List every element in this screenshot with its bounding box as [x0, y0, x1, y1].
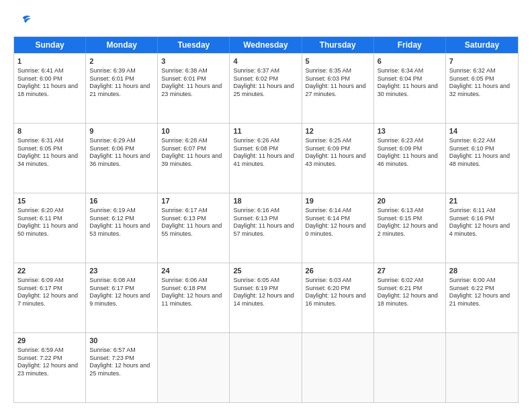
- day-number: 25: [233, 266, 298, 276]
- day-number: 6: [378, 56, 442, 66]
- day-number: 2: [89, 56, 154, 66]
- calendar-week-4: 22Sunrise: 6:09 AM Sunset: 6:17 PM Dayli…: [14, 263, 518, 332]
- day-number: 18: [233, 196, 298, 206]
- calendar-day-15: 15Sunrise: 6:20 AM Sunset: 6:11 PM Dayli…: [14, 193, 86, 263]
- calendar-day-11: 11Sunrise: 6:26 AM Sunset: 6:08 PM Dayli…: [230, 124, 302, 193]
- day-header-wednesday: Wednesday: [230, 37, 302, 53]
- calendar-day-4: 4Sunrise: 6:37 AM Sunset: 6:02 PM Daylig…: [230, 54, 302, 123]
- day-content: Sunrise: 6:02 AM Sunset: 6:21 PM Dayligh…: [378, 277, 442, 308]
- day-number: 30: [89, 336, 154, 346]
- day-number: 22: [17, 266, 82, 276]
- day-number: 12: [306, 126, 370, 136]
- day-number: 4: [233, 56, 298, 66]
- calendar-day-29: 29Sunrise: 6:59 AM Sunset: 7:22 PM Dayli…: [14, 333, 86, 402]
- day-content: Sunrise: 6:17 AM Sunset: 6:13 PM Dayligh…: [161, 207, 226, 238]
- day-number: 19: [306, 196, 370, 206]
- calendar-day-16: 16Sunrise: 6:19 AM Sunset: 6:12 PM Dayli…: [86, 193, 158, 263]
- day-content: Sunrise: 6:23 AM Sunset: 6:09 PM Dayligh…: [378, 137, 442, 169]
- day-number: 15: [17, 196, 82, 206]
- page: SundayMondayTuesdayWednesdayThursdayFrid…: [0, 0, 532, 411]
- calendar-day-20: 20Sunrise: 6:13 AM Sunset: 6:15 PM Dayli…: [374, 193, 446, 263]
- calendar-day-21: 21Sunrise: 6:11 AM Sunset: 6:16 PM Dayli…: [446, 193, 518, 263]
- calendar-day-30: 30Sunrise: 6:57 AM Sunset: 7:23 PM Dayli…: [86, 333, 158, 402]
- calendar-day-14: 14Sunrise: 6:22 AM Sunset: 6:10 PM Dayli…: [446, 124, 518, 193]
- calendar-day-24: 24Sunrise: 6:06 AM Sunset: 6:18 PM Dayli…: [158, 263, 230, 332]
- day-content: Sunrise: 6:32 AM Sunset: 6:05 PM Dayligh…: [449, 67, 515, 99]
- logo: [13, 13, 34, 31]
- day-content: Sunrise: 6:31 AM Sunset: 6:05 PM Dayligh…: [17, 137, 82, 169]
- day-content: Sunrise: 6:08 AM Sunset: 6:17 PM Dayligh…: [89, 277, 154, 308]
- day-content: Sunrise: 6:34 AM Sunset: 6:04 PM Dayligh…: [378, 67, 442, 99]
- calendar-day-5: 5Sunrise: 6:35 AM Sunset: 6:03 PM Daylig…: [302, 54, 374, 123]
- day-header-saturday: Saturday: [446, 37, 518, 53]
- calendar-day-13: 13Sunrise: 6:23 AM Sunset: 6:09 PM Dayli…: [374, 124, 446, 193]
- day-number: 7: [449, 56, 515, 66]
- day-number: 3: [161, 56, 226, 66]
- day-number: 9: [89, 126, 154, 136]
- calendar-day-empty: [158, 333, 230, 402]
- day-content: Sunrise: 6:22 AM Sunset: 6:10 PM Dayligh…: [449, 137, 515, 169]
- day-content: Sunrise: 6:03 AM Sunset: 6:20 PM Dayligh…: [306, 277, 370, 308]
- calendar-day-17: 17Sunrise: 6:17 AM Sunset: 6:13 PM Dayli…: [158, 193, 230, 263]
- day-header-monday: Monday: [86, 37, 158, 53]
- calendar-week-3: 15Sunrise: 6:20 AM Sunset: 6:11 PM Dayli…: [14, 193, 518, 263]
- day-header-friday: Friday: [374, 37, 446, 53]
- calendar-day-10: 10Sunrise: 6:28 AM Sunset: 6:07 PM Dayli…: [158, 124, 230, 193]
- day-content: Sunrise: 6:28 AM Sunset: 6:07 PM Dayligh…: [161, 137, 226, 169]
- calendar: SundayMondayTuesdayWednesdayThursdayFrid…: [13, 36, 519, 403]
- day-content: Sunrise: 6:20 AM Sunset: 6:11 PM Dayligh…: [17, 207, 82, 238]
- calendar-day-27: 27Sunrise: 6:02 AM Sunset: 6:21 PM Dayli…: [374, 263, 446, 332]
- day-number: 1: [17, 56, 82, 66]
- calendar-day-25: 25Sunrise: 6:05 AM Sunset: 6:19 PM Dayli…: [230, 263, 302, 332]
- calendar-day-2: 2Sunrise: 6:39 AM Sunset: 6:01 PM Daylig…: [86, 54, 158, 123]
- day-number: 20: [378, 196, 442, 206]
- calendar-day-empty: [446, 333, 518, 402]
- calendar-day-18: 18Sunrise: 6:16 AM Sunset: 6:13 PM Dayli…: [230, 193, 302, 263]
- day-number: 17: [161, 196, 226, 206]
- header: [13, 11, 519, 31]
- calendar-day-6: 6Sunrise: 6:34 AM Sunset: 6:04 PM Daylig…: [374, 54, 446, 123]
- calendar-day-3: 3Sunrise: 6:38 AM Sunset: 6:01 PM Daylig…: [158, 54, 230, 123]
- day-number: 14: [449, 126, 515, 136]
- logo-bird-icon: [13, 13, 32, 28]
- day-content: Sunrise: 6:37 AM Sunset: 6:02 PM Dayligh…: [233, 67, 298, 99]
- calendar-week-5: 29Sunrise: 6:59 AM Sunset: 7:22 PM Dayli…: [14, 332, 518, 402]
- day-number: 5: [306, 56, 370, 66]
- calendar-body: 1Sunrise: 6:41 AM Sunset: 6:00 PM Daylig…: [14, 53, 518, 402]
- day-number: 24: [161, 266, 226, 276]
- calendar-day-empty: [302, 333, 374, 402]
- day-content: Sunrise: 6:16 AM Sunset: 6:13 PM Dayligh…: [233, 207, 298, 238]
- day-content: Sunrise: 6:35 AM Sunset: 6:03 PM Dayligh…: [306, 67, 370, 99]
- day-content: Sunrise: 6:06 AM Sunset: 6:18 PM Dayligh…: [161, 277, 226, 308]
- day-number: 29: [17, 336, 82, 346]
- day-content: Sunrise: 6:11 AM Sunset: 6:16 PM Dayligh…: [449, 207, 515, 238]
- day-number: 10: [161, 126, 226, 136]
- day-content: Sunrise: 6:00 AM Sunset: 6:22 PM Dayligh…: [449, 277, 515, 308]
- day-content: Sunrise: 6:25 AM Sunset: 6:09 PM Dayligh…: [306, 137, 370, 169]
- day-content: Sunrise: 6:14 AM Sunset: 6:14 PM Dayligh…: [306, 207, 370, 238]
- calendar-day-26: 26Sunrise: 6:03 AM Sunset: 6:20 PM Dayli…: [302, 263, 374, 332]
- day-number: 27: [378, 266, 442, 276]
- day-content: Sunrise: 6:57 AM Sunset: 7:23 PM Dayligh…: [89, 347, 154, 378]
- calendar-day-19: 19Sunrise: 6:14 AM Sunset: 6:14 PM Dayli…: [302, 193, 374, 263]
- day-content: Sunrise: 6:05 AM Sunset: 6:19 PM Dayligh…: [233, 277, 298, 308]
- day-header-sunday: Sunday: [14, 37, 86, 53]
- day-number: 11: [233, 126, 298, 136]
- day-content: Sunrise: 6:09 AM Sunset: 6:17 PM Dayligh…: [17, 277, 82, 308]
- day-content: Sunrise: 6:13 AM Sunset: 6:15 PM Dayligh…: [378, 207, 442, 238]
- day-number: 28: [449, 266, 515, 276]
- calendar-day-1: 1Sunrise: 6:41 AM Sunset: 6:00 PM Daylig…: [14, 54, 86, 123]
- day-content: Sunrise: 6:38 AM Sunset: 6:01 PM Dayligh…: [161, 67, 226, 99]
- calendar-week-1: 1Sunrise: 6:41 AM Sunset: 6:00 PM Daylig…: [14, 53, 518, 123]
- day-content: Sunrise: 6:29 AM Sunset: 6:06 PM Dayligh…: [89, 137, 154, 169]
- day-number: 21: [449, 196, 515, 206]
- calendar-day-empty: [230, 333, 302, 402]
- calendar-day-22: 22Sunrise: 6:09 AM Sunset: 6:17 PM Dayli…: [14, 263, 86, 332]
- day-content: Sunrise: 6:19 AM Sunset: 6:12 PM Dayligh…: [89, 207, 154, 238]
- day-content: Sunrise: 6:59 AM Sunset: 7:22 PM Dayligh…: [17, 347, 82, 378]
- calendar-day-8: 8Sunrise: 6:31 AM Sunset: 6:05 PM Daylig…: [14, 124, 86, 193]
- calendar-header: SundayMondayTuesdayWednesdayThursdayFrid…: [14, 37, 518, 53]
- day-number: 8: [17, 126, 82, 136]
- day-number: 26: [306, 266, 370, 276]
- day-number: 13: [378, 126, 442, 136]
